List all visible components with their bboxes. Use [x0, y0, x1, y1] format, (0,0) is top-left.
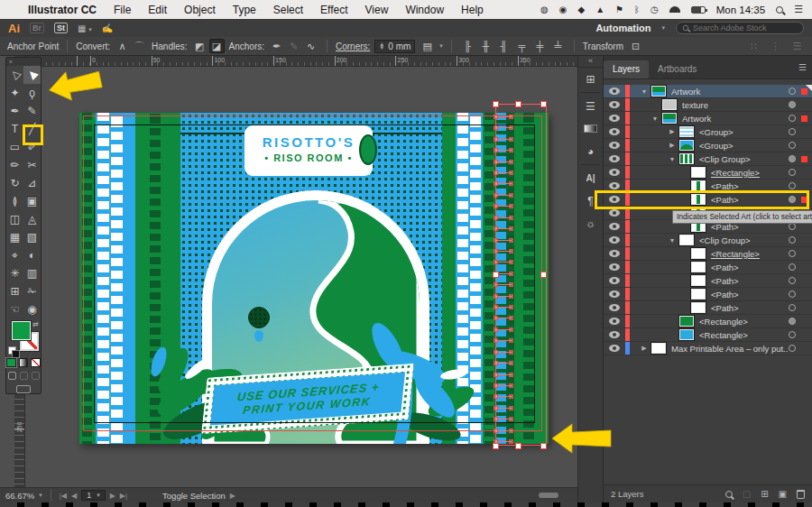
menu-type[interactable]: Type [233, 4, 256, 16]
remove-anchor-icon[interactable]: ✒ [269, 39, 284, 53]
layer-thumbnail[interactable] [691, 289, 706, 300]
layer-row[interactable]: ▶<Group> [604, 125, 812, 139]
rotate-tool[interactable]: ↻ [6, 174, 23, 192]
layer-name[interactable]: <Path> [711, 290, 789, 300]
delete-layer-icon[interactable] [797, 490, 805, 499]
target-circle-icon[interactable] [789, 304, 796, 311]
anchor-point[interactable] [494, 429, 498, 433]
anchor-point[interactable] [509, 216, 513, 220]
layer-row[interactable]: <Rectangle> [604, 247, 812, 261]
layer-thumbnail[interactable] [691, 262, 706, 272]
visibility-eye-icon[interactable] [609, 290, 620, 298]
artboard-tool[interactable]: ⊞ [6, 282, 23, 300]
anchor-point[interactable] [494, 226, 498, 231]
draw-inside-icon[interactable] [32, 372, 40, 380]
anchor-point[interactable] [509, 383, 513, 388]
convert-to-corner-icon[interactable]: ∧ [115, 39, 130, 53]
layer-row[interactable]: <Rectangle> [604, 166, 812, 180]
anchor-point[interactable] [509, 316, 513, 320]
layer-thumbnail[interactable] [679, 153, 694, 164]
visibility-eye-icon[interactable] [609, 331, 620, 338]
align-vcenter-icon[interactable]: ╪ [532, 39, 548, 53]
anchor-point[interactable] [509, 260, 513, 264]
layer-name[interactable]: <Group> [699, 127, 789, 137]
dock-collapse-icon[interactable]: « [578, 56, 603, 68]
selected-art-indicator[interactable] [801, 197, 807, 203]
width-tool[interactable]: ≬ [6, 192, 23, 210]
anchor-point[interactable] [494, 316, 498, 320]
disclosure-icon[interactable]: ▶ [665, 128, 679, 135]
last-artboard-button[interactable]: ▶| [120, 492, 127, 500]
target-circle-icon[interactable] [789, 345, 796, 352]
anchor-point[interactable] [494, 148, 498, 152]
fill-stroke-swatches[interactable]: ⇄ [6, 320, 41, 355]
visibility-eye-icon[interactable] [609, 101, 620, 108]
canvas-area[interactable]: 050100150200250300350400 050100150200250 [0, 56, 577, 502]
anchor-point[interactable] [494, 249, 498, 254]
layer-row[interactable]: texture [604, 98, 812, 112]
target-circle-icon[interactable] [789, 250, 796, 257]
type-tool[interactable]: T [6, 120, 23, 138]
anchor-point[interactable] [494, 294, 498, 299]
appearance-panel-icon[interactable]: ☼ [578, 212, 603, 235]
anchor-point[interactable] [494, 282, 498, 287]
battery-icon[interactable] [691, 6, 706, 14]
spotlight-icon[interactable] [776, 6, 783, 14]
direct-selection-tool[interactable]: ▷ [6, 66, 23, 84]
new-layer-icon[interactable]: ▣ [779, 489, 787, 499]
search-input[interactable] [693, 23, 792, 32]
anchor-point[interactable] [509, 272, 513, 276]
layer-name[interactable]: Max Printable Area – only put... [671, 344, 789, 354]
artboards-panel-icon[interactable]: ⊞ [578, 68, 603, 90]
selection-handle[interactable] [515, 101, 521, 107]
anchor-point[interactable] [509, 373, 513, 377]
layer-thumbnail[interactable] [662, 99, 677, 110]
disclosure-icon[interactable]: ▼ [665, 156, 679, 162]
convert-to-smooth-icon[interactable]: ⌒ [132, 39, 147, 53]
layer-name[interactable]: <Path> [711, 181, 789, 191]
target-circle-icon[interactable] [789, 101, 796, 108]
menu-edit[interactable]: Edit [148, 4, 167, 16]
layer-row[interactable]: <Path> [604, 261, 812, 274]
layer-name[interactable]: <Path> [711, 303, 789, 313]
slice-tool[interactable]: ✁ [23, 282, 41, 300]
selection-handle[interactable] [493, 272, 499, 278]
align-left-icon[interactable]: ╟ [460, 39, 475, 53]
layer-name[interactable]: <Path> [711, 195, 789, 205]
layer-thumbnail[interactable] [691, 248, 706, 259]
symbol-sprayer-tool[interactable]: ✳ [6, 264, 23, 282]
layer-row[interactable]: ▼Artwork [604, 112, 812, 125]
scissors-tool[interactable]: ✂ [23, 156, 41, 174]
anchor-point[interactable] [494, 238, 498, 243]
anchor-point[interactable] [509, 193, 513, 198]
anchor-point[interactable] [494, 338, 498, 343]
mesh-tool[interactable]: ▦ [6, 228, 23, 246]
layer-thumbnail[interactable] [691, 180, 706, 191]
layer-row[interactable]: <Rectangle> [604, 315, 812, 328]
cut-path-icon[interactable]: ∿ [303, 39, 318, 53]
hide-handles-icon[interactable]: ◪ [209, 39, 225, 53]
layer-name[interactable]: <Clip Group> [699, 154, 789, 164]
layer-name[interactable]: texture [682, 100, 789, 110]
transparency-panel-icon[interactable]: ◕ [578, 140, 603, 162]
layer-name[interactable]: <Path> [711, 276, 789, 286]
blend-tool[interactable]: ◐ [23, 246, 41, 264]
layer-thumbnail[interactable] [691, 167, 706, 178]
layer-row[interactable]: <Path> [604, 301, 812, 315]
bridge-icon[interactable]: Br [30, 23, 44, 33]
layer-row[interactable]: ▼<Clip Group> [604, 152, 812, 166]
anchor-point[interactable] [494, 171, 498, 175]
layer-row[interactable]: ▶Max Printable Area – only put... [604, 342, 812, 355]
anchor-point[interactable] [509, 204, 513, 208]
anchor-point[interactable] [509, 350, 513, 355]
anchor-point[interactable] [509, 115, 513, 119]
selection-handle[interactable] [515, 443, 521, 449]
notification-center-icon[interactable]: ☰ [794, 4, 803, 15]
line-segment-tool[interactable]: ╱ [23, 120, 41, 138]
zoom-level[interactable]: 66.67% [5, 491, 34, 501]
disclosure-icon[interactable]: ▼ [665, 237, 679, 244]
corners-field[interactable]: ▲▼ 0 mm [374, 40, 415, 53]
target-circle-icon[interactable] [789, 155, 796, 162]
target-circle-icon[interactable] [789, 263, 796, 271]
time-machine-icon[interactable]: ◷ [651, 5, 659, 14]
